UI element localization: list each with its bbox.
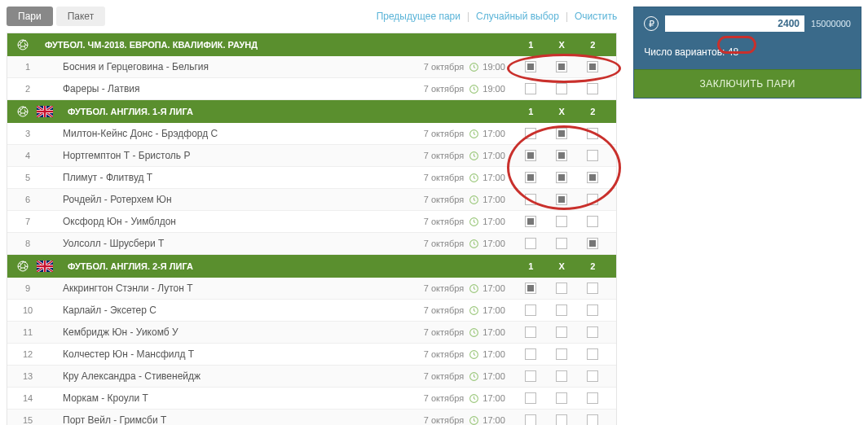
outcome-checkbox-2[interactable]: [587, 392, 598, 404]
match-date: 7 октября: [424, 283, 464, 293]
match-number: 5: [15, 173, 40, 182]
match-number: 6: [15, 195, 40, 204]
match-number: 4: [15, 151, 40, 160]
match-time: 17:00: [482, 129, 515, 138]
group-header[interactable]: ФУТБОЛ. АНГЛИЯ. 2-Я ЛИГА 1 X 2: [7, 255, 616, 278]
outcome-checkbox-1[interactable]: [525, 348, 536, 360]
match-date: 7 октября: [424, 129, 464, 138]
outcome-checkbox-x[interactable]: [556, 128, 567, 139]
outcome-checkbox-2[interactable]: [587, 172, 598, 183]
outcome-checkbox-x[interactable]: [556, 194, 567, 205]
outcome-checkbox-x[interactable]: [556, 172, 567, 183]
outcome-checkbox-x[interactable]: [556, 392, 567, 404]
outcome-checkbox-2[interactable]: [587, 128, 598, 139]
outcome-checkbox-2[interactable]: [587, 283, 598, 294]
outcome-checkbox-1[interactable]: [525, 216, 536, 227]
outcome-checkbox-x[interactable]: [556, 150, 567, 161]
outcome-checkbox-2[interactable]: [587, 348, 598, 360]
match-name[interactable]: Фареры - Латвия: [40, 83, 424, 94]
tab-pari[interactable]: Пари: [7, 7, 53, 26]
top-bar: Пари Пакет Предыдущее пари | Случайный в…: [7, 7, 617, 26]
match-name[interactable]: Колчестер Юн - Мансфилд Т: [40, 348, 424, 360]
match-time: 17:00: [482, 173, 515, 182]
outcome-checkbox-2[interactable]: [587, 216, 598, 227]
outcome-checkbox-1[interactable]: [525, 392, 536, 404]
match-number: 9: [15, 283, 40, 293]
tab-paket[interactable]: Пакет: [56, 7, 105, 26]
outcome-checkbox-1[interactable]: [525, 326, 536, 338]
submit-bet-button[interactable]: ЗАКЛЮЧИТЬ ПАРИ: [634, 69, 861, 98]
outcome-checkbox-2[interactable]: [587, 305, 598, 316]
outcome-checkbox-1[interactable]: [525, 305, 536, 316]
match-number: 12: [15, 349, 40, 359]
outcome-checkbox-2[interactable]: [587, 370, 598, 382]
match-time: 17:00: [482, 217, 515, 226]
outcome-checkbox-2[interactable]: [587, 61, 598, 72]
match-number: 15: [15, 415, 40, 425]
outcome-checkbox-2[interactable]: [587, 150, 598, 161]
outcome-checkbox-x[interactable]: [556, 238, 567, 249]
match-name[interactable]: Карлайл - Эксетер С: [40, 305, 424, 316]
football-icon: [15, 37, 30, 52]
link-clear[interactable]: Очистить: [575, 11, 617, 22]
outcome-checkbox-2[interactable]: [587, 83, 598, 94]
outcome-checkbox-x[interactable]: [556, 283, 567, 294]
match-row: 3 Милтон-Кейнс Донс - Брэдфорд С 7 октяб…: [7, 123, 616, 145]
outcome-checkbox-x[interactable]: [556, 216, 567, 227]
outcome-checkbox-1[interactable]: [525, 83, 536, 94]
action-links: Предыдущее пари | Случайный выбор | Очис…: [377, 11, 618, 22]
match-row: 13 Кру Александра - Стивенейдж 7 октября…: [7, 366, 616, 388]
match-time: 17:00: [482, 371, 515, 381]
outcome-checkbox-2[interactable]: [587, 326, 598, 338]
col-1: 1: [515, 107, 546, 116]
outcome-checkbox-1[interactable]: [525, 414, 536, 425]
outcome-checkbox-x[interactable]: [556, 414, 567, 425]
match-name[interactable]: Аккрингтон Стэнли - Лутон Т: [40, 283, 424, 294]
outcome-checkbox-x[interactable]: [556, 305, 567, 316]
outcome-checkbox-x[interactable]: [556, 348, 567, 360]
match-date: 7 октября: [424, 393, 464, 403]
col-2: 2: [577, 40, 608, 50]
outcome-checkbox-2[interactable]: [587, 414, 598, 425]
match-time: 17:00: [482, 305, 515, 315]
match-name[interactable]: Оксфорд Юн - Уимблдон: [40, 216, 424, 227]
match-time: 17:00: [482, 283, 515, 293]
link-random-pick[interactable]: Случайный выбор: [476, 11, 559, 22]
outcome-checkbox-2[interactable]: [587, 238, 598, 249]
outcome-checkbox-2[interactable]: [587, 194, 598, 205]
match-row: 14 Моркам - Кроули Т 7 октября 17:00: [7, 388, 616, 410]
flag-icon: [37, 106, 53, 117]
match-date: 7 октября: [424, 173, 464, 182]
outcome-checkbox-x[interactable]: [556, 83, 567, 94]
outcome-checkbox-1[interactable]: [525, 61, 536, 72]
match-number: 10: [15, 305, 40, 315]
flag-icon: [37, 261, 53, 272]
match-name[interactable]: Рочдейл - Ротерхем Юн: [40, 194, 424, 205]
outcome-checkbox-x[interactable]: [556, 370, 567, 382]
outcome-checkbox-1[interactable]: [525, 150, 536, 161]
match-name[interactable]: Милтон-Кейнс Донс - Брэдфорд С: [40, 128, 424, 139]
match-name[interactable]: Порт Вейл - Гримсби Т: [40, 414, 424, 425]
outcome-checkbox-x[interactable]: [556, 61, 567, 72]
outcome-checkbox-1[interactable]: [525, 238, 536, 249]
outcome-checkbox-x[interactable]: [556, 326, 567, 338]
outcome-checkbox-1[interactable]: [525, 283, 536, 294]
group-header[interactable]: ФУТБОЛ. ЧМ-2018. ЕВРОПА. КВАЛИФИК. РАУНД…: [7, 33, 616, 56]
match-name[interactable]: Моркам - Кроули Т: [40, 392, 424, 404]
match-row: 7 Оксфорд Юн - Уимблдон 7 октября 17:00: [7, 211, 616, 233]
outcome-checkbox-1[interactable]: [525, 128, 536, 139]
stake-input[interactable]: [665, 15, 804, 32]
outcome-checkbox-1[interactable]: [525, 172, 536, 183]
outcome-checkbox-1[interactable]: [525, 194, 536, 205]
match-name[interactable]: Кембридж Юн - Уикомб У: [40, 326, 424, 338]
outcome-checkbox-1[interactable]: [525, 370, 536, 382]
link-previous-bet[interactable]: Предыдущее пари: [377, 11, 460, 22]
match-name[interactable]: Уолсолл - Шрусбери Т: [40, 238, 424, 249]
match-name[interactable]: Кру Александра - Стивенейдж: [40, 370, 424, 382]
match-name[interactable]: Плимут - Флитвуд Т: [40, 172, 424, 183]
clock-icon: [469, 195, 479, 205]
match-name[interactable]: Нортгемптон Т - Бристоль Р: [40, 150, 424, 161]
match-name[interactable]: Босния и Герцеговина - Бельгия: [40, 61, 424, 72]
clock-icon: [469, 129, 479, 139]
group-header[interactable]: ФУТБОЛ. АНГЛИЯ. 1-Я ЛИГА 1 X 2: [7, 100, 616, 123]
